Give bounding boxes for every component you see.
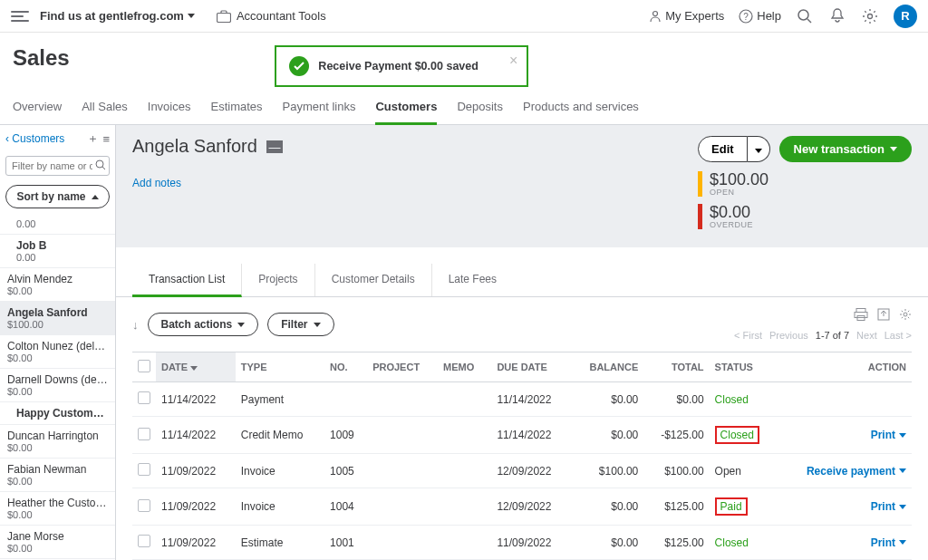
row-action[interactable]: Print xyxy=(871,429,906,441)
pager-top: < FirstPrevious1-7 of 7NextLast > xyxy=(734,330,912,341)
new-transaction-button[interactable]: New transaction xyxy=(779,136,912,162)
back-customers[interactable]: ‹ Customers xyxy=(5,132,83,145)
table-row[interactable]: 11/14/2022Payment11/14/2022$0.00$0.00Clo… xyxy=(132,382,912,417)
export-icon[interactable] xyxy=(877,308,890,321)
help[interactable]: ? Help xyxy=(739,9,781,24)
row-checkbox[interactable] xyxy=(138,463,150,476)
nav-tab-products-and-services[interactable]: Products and services xyxy=(523,100,639,124)
sort-button[interactable]: Sort by name xyxy=(5,185,110,208)
svg-text:?: ? xyxy=(743,12,749,22)
nav-tabs: OverviewAll SalesInvoicesEstimatesPaymen… xyxy=(0,87,928,125)
add-notes[interactable]: Add notes xyxy=(132,177,181,189)
avatar[interactable]: R xyxy=(894,5,917,28)
customer-item[interactable]: Happy Customer (deleted) xyxy=(0,402,115,425)
nav-tab-overview[interactable]: Overview xyxy=(13,100,62,124)
customer-item[interactable]: Job B0.00 xyxy=(0,235,115,268)
edit-dropdown[interactable] xyxy=(748,136,770,162)
customer-item[interactable]: Colton Nunez (deleted)$0.00 xyxy=(0,335,115,369)
search-icon[interactable] xyxy=(95,159,106,170)
add-icon[interactable]: ＋ xyxy=(87,130,99,147)
svg-point-1 xyxy=(653,11,658,15)
main-panel: Angela Sanford Add notes Edit New transa… xyxy=(116,125,928,560)
settings-icon[interactable] xyxy=(899,308,912,321)
customer-item[interactable]: Jane Morse$0.00 xyxy=(0,526,115,559)
sort-arrow-icon[interactable]: ↓ xyxy=(132,318,139,332)
svg-point-4 xyxy=(798,10,808,20)
menu-icon[interactable] xyxy=(11,11,29,22)
nav-tab-invoices[interactable]: Invoices xyxy=(148,100,191,124)
page-title: Sales xyxy=(13,45,70,71)
sub-tab-transaction-list[interactable]: Transaction List xyxy=(132,264,242,297)
svg-line-5 xyxy=(807,19,811,23)
customer-item[interactable]: Alvin Mendez$0.00 xyxy=(0,268,115,302)
select-all-checkbox[interactable] xyxy=(138,360,150,372)
my-experts[interactable]: My Experts xyxy=(649,9,724,23)
nav-tab-customers[interactable]: Customers xyxy=(375,100,437,125)
check-icon xyxy=(289,56,309,76)
sub-tab-projects[interactable]: Projects xyxy=(242,264,314,296)
nav-tab-all-sales[interactable]: All Sales xyxy=(82,100,128,124)
row-checkbox[interactable] xyxy=(138,499,150,512)
sort-icon[interactable]: ≡ xyxy=(102,132,110,146)
customer-name: Angela Sanford xyxy=(132,136,257,157)
row-action[interactable]: Print xyxy=(871,500,906,513)
toast: Receive Payment $0.00 saved × xyxy=(275,45,528,87)
customer-item[interactable]: Darnell Downs (deleted)$0.00 xyxy=(0,369,115,402)
table-row[interactable]: 11/09/2022Invoice100512/09/2022$100.00$1… xyxy=(132,454,912,488)
nav-tab-payment-links[interactable]: Payment links xyxy=(283,100,356,124)
bell-icon[interactable] xyxy=(828,7,846,25)
customer-item[interactable]: Angela Sanford$100.00 xyxy=(0,302,115,335)
row-checkbox[interactable] xyxy=(138,535,150,547)
accountant-tools[interactable]: Accountant Tools xyxy=(217,9,326,23)
mail-icon[interactable] xyxy=(266,140,283,153)
print-icon[interactable] xyxy=(854,308,868,321)
company-switcher[interactable]: Find us at gentlefrog.com xyxy=(40,9,195,23)
overdue-amount: $0.00 xyxy=(710,204,753,220)
batch-actions-button[interactable]: Batch actions xyxy=(148,313,259,336)
table-row[interactable]: 11/09/2022Invoice100412/09/2022$0.00$125… xyxy=(132,488,912,526)
svg-rect-9 xyxy=(856,309,865,313)
customer-item[interactable]: Fabian Newman$0.00 xyxy=(0,459,115,492)
table-row[interactable]: 11/09/2022Estimate100111/09/2022$0.00$12… xyxy=(132,526,912,560)
customer-item[interactable]: 0.00 xyxy=(0,214,115,235)
svg-rect-10 xyxy=(855,313,867,318)
row-action[interactable]: Print xyxy=(871,536,906,549)
open-amount: $100.00 xyxy=(710,171,768,188)
gear-icon[interactable] xyxy=(861,7,879,25)
filter-button[interactable]: Filter xyxy=(267,313,334,336)
row-checkbox[interactable] xyxy=(138,428,150,440)
nav-tab-estimates[interactable]: Estimates xyxy=(210,100,262,124)
edit-button-group: Edit xyxy=(698,136,770,162)
help-icon: ? xyxy=(739,9,753,24)
customer-item[interactable]: Heather the Customer$0.00 xyxy=(0,492,115,526)
briefcase-icon xyxy=(217,10,231,23)
svg-point-6 xyxy=(868,14,873,18)
customer-sidebar: ‹ Customers ＋ ≡ Sort by name 0.00Job B0.… xyxy=(0,125,116,560)
search-icon[interactable] xyxy=(796,7,814,25)
edit-button[interactable]: Edit xyxy=(698,136,748,162)
close-icon[interactable]: × xyxy=(509,53,517,69)
top-bar: Find us at gentlefrog.com Accountant Too… xyxy=(0,0,928,33)
table-row[interactable]: 11/14/2022Credit Memo100911/14/2022$0.00… xyxy=(132,417,912,454)
svg-point-7 xyxy=(96,160,103,168)
svg-point-13 xyxy=(904,313,907,316)
row-checkbox[interactable] xyxy=(138,391,150,404)
customer-item[interactable]: Duncan Harrington$0.00 xyxy=(0,425,115,459)
transaction-table: DATE TYPE NO. PROJECT MEMO DUE DATE BALA… xyxy=(132,352,912,560)
sub-tab-customer-details[interactable]: Customer Details xyxy=(315,264,432,296)
row-action[interactable]: Receive payment xyxy=(807,465,906,478)
nav-tab-deposits[interactable]: Deposits xyxy=(457,100,503,124)
filter-input[interactable] xyxy=(5,156,110,176)
person-icon xyxy=(649,10,662,23)
svg-rect-0 xyxy=(217,13,230,22)
svg-line-8 xyxy=(102,167,105,169)
sub-tab-late-fees[interactable]: Late Fees xyxy=(432,264,513,296)
